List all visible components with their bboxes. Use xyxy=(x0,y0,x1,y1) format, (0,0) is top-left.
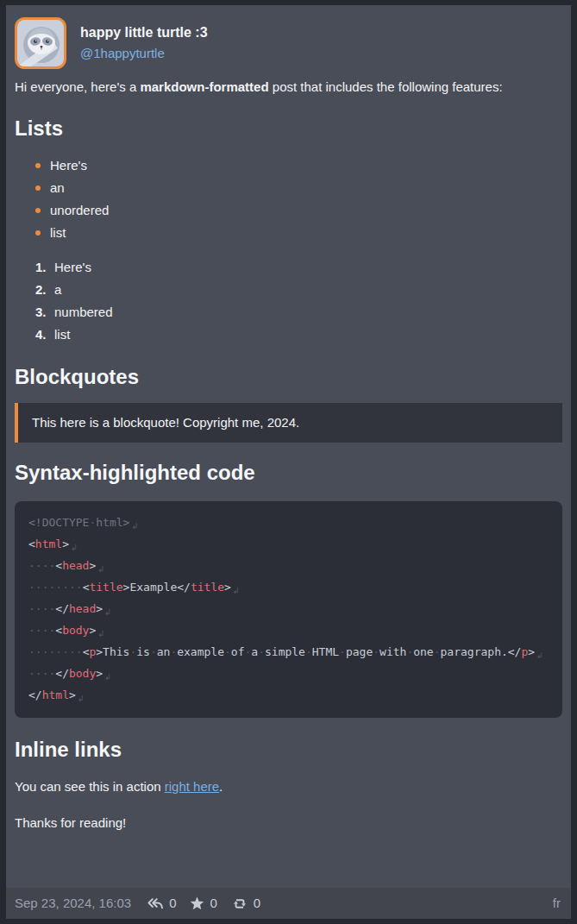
list-item: 4.list xyxy=(15,324,562,346)
unordered-list: Here's an unordered list xyxy=(15,154,562,244)
list-number: 1. xyxy=(35,256,54,279)
list-item: 1.Here's xyxy=(15,256,562,279)
post-footer: Sep 23, 2024, 16:03 0 0 xyxy=(6,888,571,919)
list-item: unordered xyxy=(15,199,562,222)
display-name[interactable]: happy little turtle :3 xyxy=(80,22,208,43)
links-paragraph: You can see this in action right here. xyxy=(15,776,562,798)
heading-code: Syntax-highlighted code xyxy=(15,459,562,486)
bullet-icon xyxy=(35,230,41,236)
heading-inline-links: Inline links xyxy=(15,736,562,763)
intro-text-bold: markdown-formatted xyxy=(140,79,268,94)
blockquote-text: This here is a blockquote! Copyright me,… xyxy=(32,415,299,430)
reply-stat[interactable]: 0 xyxy=(147,892,176,915)
list-item-label: unordered xyxy=(50,203,109,217)
code-line: ····</head>↲ xyxy=(28,599,549,620)
code-line: ····<body>↲ xyxy=(28,620,549,642)
favourite-stat[interactable]: 0 xyxy=(190,892,216,915)
ordered-list: 1.Here's 2.a 3.numbered 4.list xyxy=(15,256,562,346)
reply-count: 0 xyxy=(169,892,176,915)
timestamp[interactable]: Sep 23, 2024, 16:03 xyxy=(15,892,131,915)
heading-lists: Lists xyxy=(15,115,562,141)
code-line: ········<title>Example</title>↲ xyxy=(28,577,549,599)
post-body: happy little turtle :3 @1happyturtle Hi … xyxy=(6,5,571,888)
list-item: 2.a xyxy=(15,279,562,301)
list-number: 3. xyxy=(35,301,54,324)
outro-paragraph: Thanks for reading! xyxy=(15,812,562,834)
author-handle[interactable]: @1happyturtle xyxy=(80,43,208,64)
intro-paragraph: Hi everyone, here's a markdown-formatted… xyxy=(15,76,562,98)
post-frame: happy little turtle :3 @1happyturtle Hi … xyxy=(0,0,577,924)
boost-icon xyxy=(231,896,248,911)
boost-stat[interactable]: 0 xyxy=(231,892,260,915)
list-item-label: a xyxy=(54,282,61,297)
list-item: list xyxy=(15,222,562,244)
code-block: <!DOCTYPE·html>↲<html>↲····<head>↲······… xyxy=(15,501,562,718)
star-icon xyxy=(190,896,204,910)
list-item-label: numbered xyxy=(54,305,113,319)
avatar[interactable] xyxy=(15,17,66,69)
list-item: Here's xyxy=(15,154,562,177)
bullet-icon xyxy=(35,185,41,191)
list-item-label: list xyxy=(50,225,66,240)
reply-all-icon xyxy=(147,896,164,910)
sloth-avatar-image xyxy=(15,17,66,69)
bullet-icon xyxy=(35,208,41,213)
language-tag: fr xyxy=(553,892,561,915)
list-item-label: an xyxy=(50,180,65,195)
boost-count: 0 xyxy=(254,892,260,915)
code-line: <!DOCTYPE·html>↲ xyxy=(28,512,549,534)
bullet-icon xyxy=(35,163,41,168)
list-item-label: list xyxy=(54,327,70,342)
code-line: </html>↲ xyxy=(28,685,549,707)
list-number: 2. xyxy=(35,279,54,301)
blockquote: This here is a blockquote! Copyright me,… xyxy=(15,403,562,443)
code-line: ····<head>↲ xyxy=(28,556,549,577)
links-text-after: . xyxy=(219,779,223,794)
list-number: 4. xyxy=(35,324,54,346)
code-line: ····</body>↲ xyxy=(28,663,549,685)
status-post: happy little turtle :3 @1happyturtle Hi … xyxy=(6,5,571,919)
heading-blockquotes: Blockquotes xyxy=(15,363,562,390)
intro-text-after: post that includes the following feature… xyxy=(269,79,503,94)
list-item: 3.numbered xyxy=(15,301,562,324)
list-item-label: Here's xyxy=(50,158,87,173)
links-text-before: You can see this in action xyxy=(15,779,165,794)
code-line: ········<p>This·is·an·example·of·a·simpl… xyxy=(28,642,549,663)
list-item-label: Here's xyxy=(54,260,91,274)
list-item: an xyxy=(15,177,562,199)
favourite-count: 0 xyxy=(210,892,216,915)
author-names: happy little turtle :3 @1happyturtle xyxy=(80,17,208,64)
post-header: happy little turtle :3 @1happyturtle xyxy=(15,17,562,69)
intro-text-before: Hi everyone, here's a xyxy=(15,79,140,94)
code-line: <html>↲ xyxy=(28,534,549,556)
right-here-link[interactable]: right here xyxy=(165,779,219,794)
